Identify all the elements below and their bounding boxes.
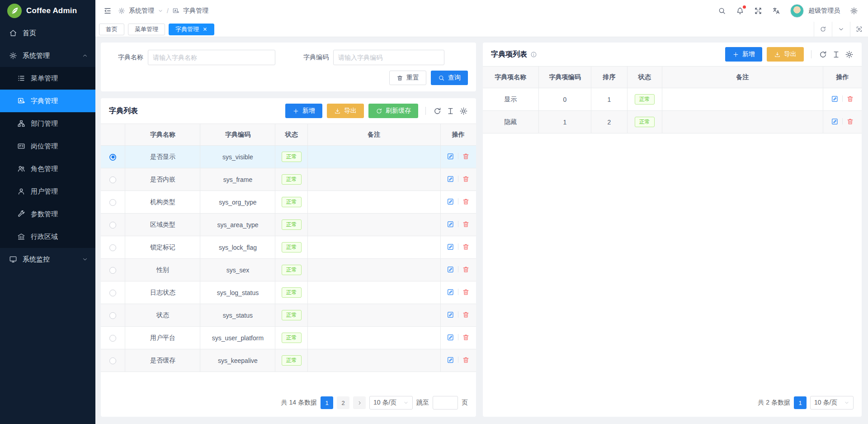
- add-item-button[interactable]: 新增: [725, 47, 762, 62]
- delete-trash-icon[interactable]: [462, 311, 470, 319]
- page-size-select[interactable]: 10 条/页: [369, 396, 413, 410]
- next-page-button[interactable]: [353, 396, 366, 409]
- tab-options-button[interactable]: [832, 22, 850, 37]
- search-icon[interactable]: [718, 7, 726, 15]
- row-radio[interactable]: [109, 222, 116, 229]
- dict-table-row[interactable]: 区域类型 sys_area_type 正常: [101, 214, 476, 236]
- row-radio[interactable]: [109, 199, 116, 206]
- tab-menu-mgmt[interactable]: 菜单管理: [128, 24, 165, 35]
- export-dict-button[interactable]: 导出: [327, 104, 364, 118]
- row-radio[interactable]: [109, 357, 116, 364]
- edit-icon[interactable]: [447, 220, 454, 228]
- sidebar-item-home[interactable]: 首页: [0, 22, 95, 44]
- row-radio[interactable]: [109, 312, 116, 319]
- refresh-table-icon[interactable]: [433, 107, 442, 115]
- delete-trash-icon[interactable]: [846, 118, 854, 125]
- refresh-table-icon[interactable]: [819, 50, 827, 59]
- row-height-icon[interactable]: [446, 107, 455, 115]
- column-settings-gear-icon[interactable]: [459, 107, 468, 115]
- sidebar-item-menu-mgmt[interactable]: 菜单管理: [0, 67, 95, 90]
- export-item-button[interactable]: 导出: [767, 47, 804, 62]
- row-radio[interactable]: [109, 154, 116, 161]
- edit-icon[interactable]: [831, 95, 839, 103]
- username[interactable]: 超级管理员: [808, 7, 840, 15]
- dict-table-row[interactable]: 是否显示 sys_visible 正常: [101, 146, 476, 168]
- delete-trash-icon[interactable]: [462, 243, 470, 251]
- fullscreen-expand-icon[interactable]: [754, 7, 762, 15]
- jump-page-input[interactable]: [433, 396, 458, 410]
- delete-trash-icon[interactable]: [462, 333, 470, 341]
- edit-icon[interactable]: [447, 175, 454, 183]
- page-size-select[interactable]: 10 条/页: [810, 396, 854, 410]
- dict-table-row[interactable]: 日志状态 sys_log_status 正常: [101, 281, 476, 304]
- edit-icon[interactable]: [447, 333, 454, 341]
- sidebar-item-post-mgmt[interactable]: 岗位管理: [0, 135, 95, 157]
- column-settings-gear-icon[interactable]: [845, 50, 854, 59]
- dict-table-row[interactable]: 性别 sys_sex 正常: [101, 259, 476, 281]
- row-radio[interactable]: [109, 290, 116, 296]
- dict-code-input[interactable]: [333, 50, 444, 65]
- row-radio[interactable]: [109, 244, 116, 251]
- info-circle-icon[interactable]: [530, 51, 537, 58]
- tab-home[interactable]: 首页: [99, 24, 124, 35]
- translate-icon[interactable]: [772, 7, 780, 15]
- delete-trash-icon[interactable]: [462, 356, 470, 364]
- user-avatar[interactable]: [790, 4, 804, 18]
- row-radio[interactable]: [109, 335, 116, 342]
- edit-icon[interactable]: [447, 288, 454, 296]
- sidebar-item-monitor[interactable]: 系统监控: [0, 248, 95, 271]
- menu-fold-icon[interactable]: [104, 7, 112, 15]
- reset-button[interactable]: 重置: [389, 71, 426, 85]
- tab-close-icon[interactable]: [203, 27, 208, 32]
- search-icon: [438, 75, 445, 81]
- content-fullscreen-button[interactable]: [850, 22, 868, 37]
- refresh-page-button[interactable]: [814, 22, 832, 37]
- sidebar-item-role-mgmt[interactable]: 角色管理: [0, 157, 95, 180]
- page-1-button[interactable]: 1: [321, 396, 333, 409]
- dict-table-row[interactable]: 锁定标记 sys_lock_flag 正常: [101, 236, 476, 259]
- breadcrumb-section[interactable]: 系统管理: [129, 7, 154, 15]
- sidebar-item-system[interactable]: 系统管理: [0, 44, 95, 67]
- dict-table-row[interactable]: 用户平台 sys_user_platform 正常: [101, 327, 476, 349]
- dict-table-row[interactable]: 机构类型 sys_org_type 正常: [101, 191, 476, 214]
- notification-button[interactable]: [736, 7, 744, 15]
- tab-dict-mgmt[interactable]: 字典管理: [169, 24, 214, 35]
- delete-trash-icon[interactable]: [462, 152, 470, 160]
- row-height-icon[interactable]: [832, 50, 840, 59]
- edit-icon[interactable]: [447, 198, 454, 205]
- sidebar-item-dept-mgmt[interactable]: 部门管理: [0, 112, 95, 135]
- sidebar-item-dict-mgmt[interactable]: 字典管理: [0, 90, 95, 112]
- edit-icon[interactable]: [447, 152, 454, 160]
- row-radio[interactable]: [109, 267, 116, 274]
- edit-icon[interactable]: [447, 311, 454, 319]
- settings-gear-icon[interactable]: [850, 7, 858, 15]
- sidebar-item-region-mgmt[interactable]: 行政区域: [0, 225, 95, 248]
- refresh-cache-button[interactable]: 刷新缓存: [368, 104, 418, 118]
- delete-trash-icon[interactable]: [462, 198, 470, 205]
- delete-trash-icon[interactable]: [462, 288, 470, 296]
- delete-trash-icon[interactable]: [846, 95, 854, 103]
- dict-name-input[interactable]: [148, 50, 275, 65]
- page-1-button[interactable]: 1: [794, 396, 807, 409]
- dict-table-row[interactable]: 是否内嵌 sys_frame 正常: [101, 168, 476, 191]
- page-2-button[interactable]: 2: [337, 396, 349, 409]
- sidebar-item-user-mgmt[interactable]: 用户管理: [0, 180, 95, 203]
- dict-item-row[interactable]: 显示 0 1 正常: [483, 88, 862, 111]
- chevron-down-icon[interactable]: [158, 8, 163, 14]
- query-button[interactable]: 查询: [431, 71, 468, 85]
- edit-icon[interactable]: [447, 266, 454, 273]
- add-dict-button[interactable]: 新增: [285, 104, 322, 118]
- dict-table-row[interactable]: 状态 sys_status 正常: [101, 304, 476, 327]
- edit-icon[interactable]: [447, 356, 454, 364]
- delete-trash-icon[interactable]: [462, 175, 470, 183]
- dict-table-row[interactable]: 是否缓存 sys_keepalive 正常: [101, 349, 476, 372]
- delete-trash-icon[interactable]: [462, 220, 470, 228]
- dict-item-row[interactable]: 隐藏 1 2 正常: [483, 111, 862, 133]
- edit-icon[interactable]: [831, 118, 839, 125]
- app-title: Coffee Admin: [26, 6, 77, 15]
- edit-icon[interactable]: [447, 243, 454, 251]
- row-radio[interactable]: [109, 176, 116, 183]
- sidebar-item-param-mgmt[interactable]: 参数管理: [0, 203, 95, 225]
- sidebar-item-label: 系统管理: [23, 52, 50, 60]
- delete-trash-icon[interactable]: [462, 266, 470, 273]
